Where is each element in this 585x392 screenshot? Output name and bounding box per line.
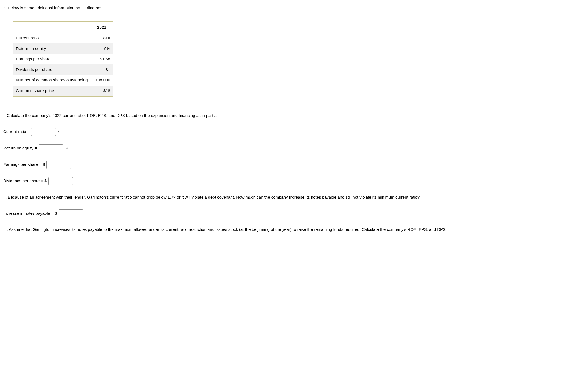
eps-line: Earnings per share = $ <box>3 161 582 169</box>
table-row: Return on equity 9% <box>13 43 113 54</box>
section-3-text: III. Assume that Garlington increases it… <box>3 226 582 234</box>
row-value: 1.81× <box>91 33 113 43</box>
row-label: Number of common shares outstanding <box>13 75 91 86</box>
section-2-text: II. Because of an agreement with their l… <box>3 193 582 201</box>
row-label: Current ratio <box>13 33 91 43</box>
table-row: Earnings per share $1.68 <box>13 54 113 64</box>
row-value: $1.68 <box>91 54 113 64</box>
current-ratio-line: Current ratio = x <box>3 128 582 136</box>
row-value: $1 <box>91 64 113 75</box>
eps-label: Earnings per share = $ <box>3 161 45 168</box>
row-value: 9% <box>91 43 113 54</box>
current-ratio-input[interactable] <box>31 128 56 136</box>
row-value: 108,000 <box>91 75 113 86</box>
table-row: Dividends per share $1 <box>13 64 113 75</box>
data-table: 2021 Current ratio 1.81× Return on equit… <box>13 21 113 97</box>
row-value: $18 <box>91 86 113 97</box>
roe-input[interactable] <box>39 144 63 152</box>
current-ratio-suffix: x <box>57 129 60 135</box>
table-header-blank <box>13 22 91 33</box>
eps-input[interactable] <box>46 161 71 169</box>
notes-payable-input[interactable] <box>59 209 83 217</box>
dps-input[interactable] <box>48 177 73 185</box>
table-row: Current ratio 1.81× <box>13 33 113 43</box>
table-row: Number of common shares outstanding 108,… <box>13 75 113 86</box>
table-header-year: 2021 <box>91 22 113 33</box>
roe-suffix: % <box>65 145 68 151</box>
row-label: Common share price <box>13 86 91 97</box>
roe-line: Return on equity = % <box>3 144 582 152</box>
notes-payable-label: Increase in notes payable = $ <box>3 210 57 217</box>
dps-label: Dividends per share = $ <box>3 178 47 184</box>
data-table-wrap: 2021 Current ratio 1.81× Return on equit… <box>13 21 582 97</box>
table-row: Common share price $18 <box>13 86 113 97</box>
current-ratio-label: Current ratio = <box>3 129 30 135</box>
row-label: Dividends per share <box>13 64 91 75</box>
section-1-text: I. Calculate the company's 2022 current … <box>3 112 582 120</box>
notes-payable-line: Increase in notes payable = $ <box>3 209 582 217</box>
roe-label: Return on equity = <box>3 145 37 151</box>
intro-text: b. Below is some additional information … <box>3 5 582 11</box>
row-label: Return on equity <box>13 43 91 54</box>
dps-line: Dividends per share = $ <box>3 177 582 185</box>
row-label: Earnings per share <box>13 54 91 64</box>
